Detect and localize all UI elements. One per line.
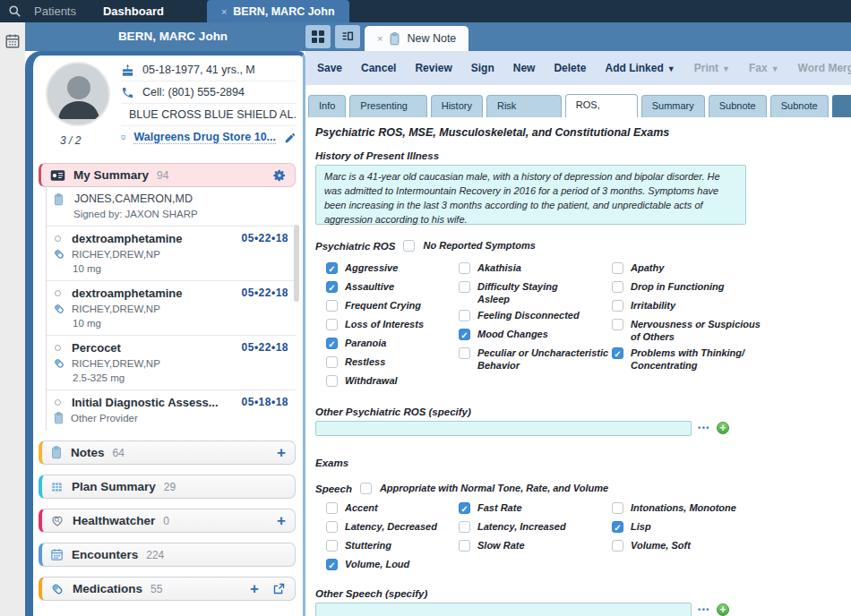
summary-item-document[interactable]: Initial Diagnostic Assess... 05•18•18 Ot… — [47, 390, 296, 431]
checkbox[interactable] — [326, 319, 338, 330]
ros-option[interactable]: Irritability — [612, 300, 847, 315]
ros-option[interactable]: Feeling Disconnected — [459, 310, 612, 325]
grid-view-button[interactable] — [305, 25, 331, 48]
checkbox[interactable] — [612, 300, 623, 312]
print-button[interactable]: Print▼ — [694, 62, 730, 74]
nav-patients[interactable]: Patients — [34, 4, 76, 18]
checkbox[interactable] — [459, 329, 470, 340]
scrollbar-thumb[interactable] — [294, 225, 299, 302]
ros-option[interactable]: Loss of Interests — [326, 319, 459, 334]
speech-option[interactable]: Volume, Loud — [326, 559, 459, 574]
sidebar-section-healthwatcher[interactable]: Healthwatcher 0 + — [39, 509, 296, 533]
speech-option[interactable]: Volume, Soft — [612, 540, 847, 555]
speech-option[interactable]: Slow Rate — [459, 540, 612, 555]
checkbox[interactable] — [326, 559, 338, 570]
add-button[interactable]: + — [250, 581, 259, 596]
pharmacy-row[interactable]: Walgreens Drug Store 10... — [121, 126, 297, 149]
speech-option[interactable]: Latency, Decreased — [326, 521, 459, 536]
sidebar-section-encounters[interactable]: Encounters 224 + — [39, 543, 296, 567]
more-options-icon[interactable]: ••• — [698, 424, 710, 432]
new-button[interactable]: New — [513, 62, 536, 74]
speech-option[interactable]: Lisp — [612, 521, 847, 536]
patient-tab[interactable]: × BERN, MARC John — [207, 0, 349, 22]
checkbox[interactable] — [612, 540, 623, 552]
tab-summary[interactable]: Summary — [641, 95, 705, 117]
calendar-icon[interactable] — [4, 33, 21, 49]
add-linked-button[interactable]: Add Linked▼ — [605, 62, 675, 74]
tab-history[interactable]: History — [431, 95, 483, 117]
add-button[interactable]: + — [277, 513, 286, 528]
sidebar-section-plan-summary[interactable]: Plan Summary 29 + — [39, 475, 296, 499]
more-options-icon[interactable]: ••• — [698, 605, 710, 614]
checkbox[interactable] — [326, 502, 338, 514]
tab-risk-assessment[interactable]: Risk Assessment — [486, 95, 562, 117]
ros-option[interactable]: Drop in Functioning — [612, 281, 847, 296]
review-button[interactable]: Review — [415, 62, 451, 74]
checkbox[interactable] — [459, 281, 470, 293]
patient-photo[interactable] — [46, 62, 110, 126]
list-view-button[interactable] — [335, 25, 360, 48]
checkbox[interactable] — [459, 540, 470, 552]
ros-option[interactable]: Nervousness or Suspicious of Others — [612, 319, 847, 344]
fax-button[interactable]: Fax▼ — [749, 62, 779, 74]
ros-option[interactable]: Problems with Thinking/ Concentrating — [612, 347, 847, 372]
word-merge-button[interactable]: Word Merge▼ — [798, 62, 851, 74]
add-green-button[interactable]: + — [717, 603, 729, 616]
speech-option[interactable]: Accent — [326, 502, 459, 518]
ros-option[interactable]: Assaultive — [326, 281, 459, 296]
checkbox[interactable] — [612, 262, 623, 274]
checkbox-speech-appropriate[interactable] — [360, 483, 372, 494]
tab-subnote-1[interactable]: Subnote — [709, 95, 767, 117]
nav-dashboard[interactable]: Dashboard — [103, 4, 164, 18]
checkbox[interactable] — [612, 502, 623, 514]
ros-option[interactable]: Akathisia — [459, 262, 612, 278]
checkbox[interactable] — [459, 521, 470, 533]
checkbox[interactable] — [326, 540, 338, 552]
ros-option[interactable]: Aggressive — [326, 262, 459, 278]
summary-item-note[interactable]: JONES,CAMERON,MD Signed by: JAXON SHARP — [47, 187, 296, 227]
other-speech-input[interactable] — [315, 603, 692, 616]
speech-option[interactable]: Stuttering — [326, 540, 459, 555]
speech-option[interactable]: Latency, Increased — [459, 521, 612, 536]
checkbox[interactable] — [326, 356, 338, 368]
checkbox[interactable] — [326, 281, 338, 293]
checkbox[interactable] — [612, 281, 623, 293]
sidebar-section-notes[interactable]: Notes 64 + — [39, 441, 296, 465]
ros-option[interactable]: Paranoia — [326, 338, 459, 353]
other-ros-input[interactable] — [315, 421, 692, 436]
tab-info[interactable]: Info — [308, 95, 346, 117]
ros-option[interactable]: Restless — [326, 356, 459, 372]
tab-presenting-problem[interactable]: Presenting Problem — [349, 95, 426, 117]
checkbox[interactable] — [326, 338, 338, 349]
checkbox[interactable] — [326, 521, 338, 533]
speech-option[interactable]: Intonations, Monotone — [612, 502, 847, 518]
checkbox-no-reported-symptoms[interactable] — [403, 240, 415, 252]
close-icon[interactable]: × — [221, 6, 227, 17]
checkbox[interactable] — [459, 262, 470, 274]
note-tab[interactable]: × New Note — [365, 26, 468, 51]
checkbox[interactable] — [612, 521, 623, 533]
ros-option[interactable]: Withdrawal — [326, 375, 459, 390]
summary-item-medication[interactable]: dextroamphetamine 05•22•18 RICHEY,DREW,N… — [47, 227, 296, 281]
edit-pencil-icon[interactable] — [284, 132, 297, 144]
cancel-button[interactable]: Cancel — [361, 62, 396, 74]
external-link-icon[interactable] — [272, 582, 286, 595]
tab-subnote-2[interactable]: Subnote — [770, 95, 829, 117]
checkbox[interactable] — [612, 347, 623, 359]
checkbox[interactable] — [459, 502, 470, 514]
ros-option[interactable]: Apathy — [612, 262, 847, 278]
sidebar-section-medications[interactable]: Medications 55 + — [39, 577, 296, 601]
checkbox[interactable] — [459, 347, 470, 359]
checkbox[interactable] — [326, 375, 338, 387]
checkbox[interactable] — [326, 300, 338, 312]
ros-option[interactable]: Frequent Crying — [326, 300, 459, 315]
my-summary-header[interactable]: My Summary 94 — [39, 163, 296, 187]
gear-icon[interactable] — [272, 168, 287, 183]
hpi-textarea[interactable]: Marc is a 41-year old caucasian male, wi… — [315, 165, 746, 225]
checkbox[interactable] — [459, 310, 470, 321]
checkbox[interactable] — [326, 262, 338, 274]
ros-option[interactable]: Mood Changes — [459, 329, 612, 344]
speech-option[interactable]: Fast Rate — [459, 502, 612, 518]
search-icon[interactable] — [8, 4, 21, 18]
tab-ros-mse-exam[interactable]: ROS, MSE, Exam — [565, 94, 638, 117]
